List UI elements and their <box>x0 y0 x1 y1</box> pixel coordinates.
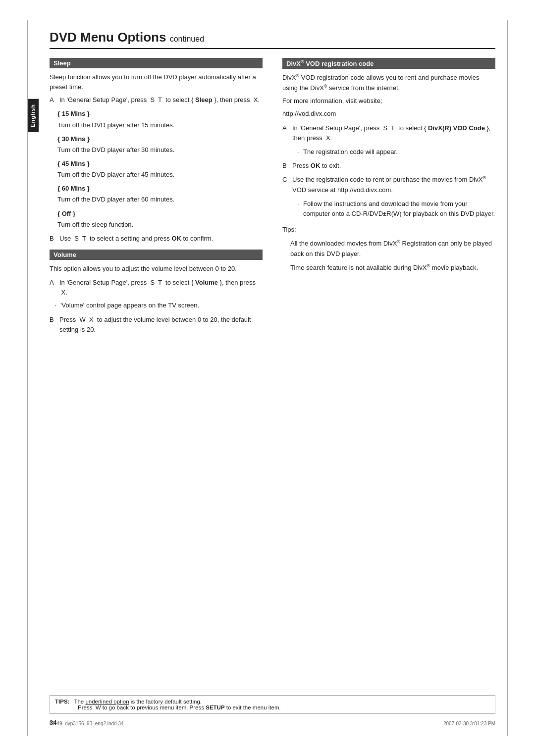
sleep-45mins-label: { 45 Mins } <box>57 159 263 169</box>
tips-label: TIPS: <box>55 699 69 705</box>
tips-header: Tips: <box>282 225 495 235</box>
divx-step-a: A In 'General Setup Page', press S T to … <box>282 123 495 157</box>
english-tab: English <box>28 99 39 132</box>
sleep-off-desc: Turn off the sleep function. <box>57 220 263 230</box>
tips-line1: The underlined option is the factory def… <box>74 699 202 705</box>
divx-step-c: C Use the registration code to rent or p… <box>282 175 495 219</box>
sleep-15mins-label: { 15 Mins } <box>57 109 263 119</box>
volume-step-b: B Press W X to adjust the volume level b… <box>50 315 263 335</box>
footer: TIPS: The underlined option is the facto… <box>40 695 495 726</box>
vol-step-b-letter: B <box>50 315 56 335</box>
divx-intro-2: For more information, visit website; <box>282 96 495 106</box>
tip-2: Time search feature is not available dur… <box>290 263 495 273</box>
step-b-content: Use S T to select a setting and press OK… <box>59 234 263 244</box>
divx-vod-section: DivX® VOD registration code DivX® VOD re… <box>282 58 495 273</box>
tips-line2: Press W to go back to previous menu item… <box>78 705 281 710</box>
sleep-60mins-label: { 60 Mins } <box>57 184 263 194</box>
divx-step-a-sub: The registration code will appear. <box>303 147 495 157</box>
right-column: DivX® VOD registration code DivX® VOD re… <box>282 58 495 340</box>
divx-tips: Tips: All the downloaded movies from Div… <box>282 225 495 273</box>
sleep-60mins-desc: Turn off the DVD player after 60 minutes… <box>57 195 263 204</box>
vol-step-a-letter: A <box>50 278 56 298</box>
sleep-45mins-desc: Turn off the DVD player after 45 minutes… <box>57 170 263 180</box>
divx-intro-1: DivX® VOD registration code allows you t… <box>282 73 495 93</box>
page: English DVD Menu Options continued Sleep… <box>0 0 535 756</box>
divx-step-c-letter: C <box>282 175 289 219</box>
sleep-step-b: B Use S T to select a setting and press … <box>50 234 263 244</box>
sleep-30mins-label: { 30 Mins } <box>57 134 263 144</box>
sleep-30mins-desc: Turn off the DVD player after 30 minutes… <box>57 145 263 155</box>
vol-step-b-content: Press W X to adjust the volume level bet… <box>59 315 263 335</box>
sleep-step-a: A In 'General Setup Page', press S T to … <box>50 95 263 105</box>
divx-step-b: B Press OK to exit. <box>282 161 495 171</box>
volume-sub-a: 'Volume' control page appears on the TV … <box>60 301 263 310</box>
divx-step-b-content: Press OK to exit. <box>292 161 495 171</box>
volume-section: Volume This option allows you to adjust … <box>50 250 263 335</box>
main-columns: Sleep Sleep function allows you to turn … <box>50 58 495 340</box>
tip-1: All the downloaded movies from DivX® Reg… <box>290 239 495 259</box>
sleep-section: Sleep Sleep function allows you to turn … <box>50 58 263 244</box>
volume-body: This option allows you to adjust the vol… <box>50 264 263 335</box>
divx-step-c-sub: Follow the instructions and download the… <box>303 199 495 219</box>
step-a-letter: A <box>50 95 56 105</box>
sleep-intro: Sleep function allows you to turn off th… <box>50 72 263 92</box>
vol-step-a-content: In 'General Setup Page', press S T to se… <box>59 278 263 298</box>
border-right <box>507 20 508 736</box>
step-a-content: In 'General Setup Page', press S T to se… <box>59 95 263 105</box>
sleep-off-label: { Off } <box>57 209 263 219</box>
sleep-body: Sleep function allows you to turn off th… <box>50 72 263 244</box>
divx-step-b-letter: B <box>282 161 289 171</box>
divx-vod-body: DivX® VOD registration code allows you t… <box>282 73 495 273</box>
file-left: 01-49_dvp3156_93_eng2.indd 34 <box>50 721 124 726</box>
footer-file: 01-49_dvp3156_93_eng2.indd 34 2007-03-30… <box>50 721 495 726</box>
divx-step-c-content: Use the registration code to rent or pur… <box>292 175 495 219</box>
divx-step-a-content: In 'General Setup Page', press S T to se… <box>292 123 495 157</box>
divx-vod-header: DivX® VOD registration code <box>282 58 495 69</box>
divx-step-a-letter: A <box>282 123 289 157</box>
left-column: Sleep Sleep function allows you to turn … <box>50 58 263 340</box>
volume-step-a: A In 'General Setup Page', press S T to … <box>50 278 263 298</box>
sleep-15mins-desc: Turn off the DVD player after 15 minutes… <box>57 120 263 130</box>
continued-text: continued <box>170 35 204 43</box>
sleep-header: Sleep <box>50 58 263 68</box>
title-text: DVD Menu Options <box>50 30 166 45</box>
footer-tips-box: TIPS: The underlined option is the facto… <box>50 695 495 714</box>
step-b-letter: B <box>50 234 56 244</box>
divx-website: http://vod.divx.com <box>282 109 495 119</box>
page-title: DVD Menu Options continued <box>50 30 495 49</box>
volume-intro: This option allows you to adjust the vol… <box>50 264 263 274</box>
volume-header: Volume <box>50 250 263 260</box>
file-right: 2007-03-30 3:01:23 PM <box>443 721 495 726</box>
